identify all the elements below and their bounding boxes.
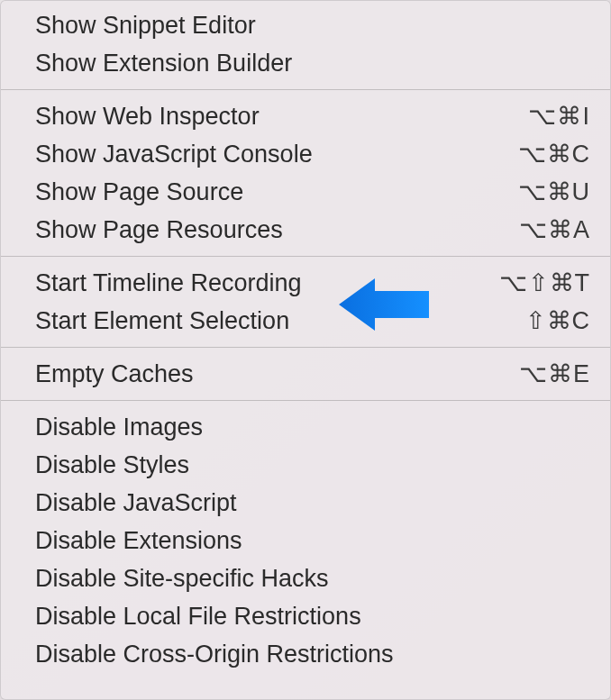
menu-item-label: Disable Cross-Origin Restrictions (35, 639, 394, 669)
menu-item-label: Show Web Inspector (35, 101, 260, 132)
menu-separator (1, 89, 610, 90)
menu-item-show-snippet-editor[interactable]: Show Snippet Editor (1, 6, 610, 44)
menu-item-disable-javascript[interactable]: Disable JavaScript (1, 484, 610, 522)
menu-item-label: Disable JavaScript (35, 487, 237, 518)
menu-item-shortcut: ⌥⇧⌘T (499, 268, 591, 298)
menu-item-label: Show Page Source (35, 177, 243, 207)
menu-separator (1, 256, 610, 257)
menu-item-start-element-selection[interactable]: Start Element Selection ⇧⌘C (1, 302, 610, 340)
menu-item-show-page-source[interactable]: Show Page Source ⌥⌘U (1, 173, 610, 211)
menu-item-label: Disable Styles (35, 450, 189, 480)
menu-item-label: Disable Extensions (35, 525, 242, 556)
menu-item-empty-caches[interactable]: Empty Caches ⌥⌘E (1, 355, 610, 393)
menu-item-label: Show Snippet Editor (35, 10, 256, 41)
menu-item-start-timeline-recording[interactable]: Start Timeline Recording ⌥⇧⌘T (1, 264, 610, 302)
menu-item-label: Disable Site-specific Hacks (35, 563, 329, 594)
menu-item-label: Show Page Resources (35, 214, 283, 245)
menu-item-disable-images[interactable]: Disable Images (1, 408, 610, 446)
menu-item-shortcut: ⌥⌘A (519, 214, 590, 245)
menu-separator (1, 400, 610, 401)
menu-item-shortcut: ⌥⌘I (528, 101, 590, 132)
menu-item-disable-cross-origin-restrictions[interactable]: Disable Cross-Origin Restrictions (1, 635, 610, 673)
menu-item-shortcut: ⌥⌘U (518, 177, 591, 207)
menu-item-disable-local-file-restrictions[interactable]: Disable Local File Restrictions (1, 597, 610, 635)
menu-item-show-page-resources[interactable]: Show Page Resources ⌥⌘A (1, 211, 610, 249)
menu-item-disable-site-specific-hacks[interactable]: Disable Site-specific Hacks (1, 559, 610, 597)
menu-item-label: Disable Images (35, 412, 203, 442)
menu-item-show-web-inspector[interactable]: Show Web Inspector ⌥⌘I (1, 97, 610, 135)
menu-item-disable-extensions[interactable]: Disable Extensions (1, 522, 610, 559)
menu-item-label: Empty Caches (35, 359, 194, 389)
menu-item-shortcut: ⌥⌘C (518, 139, 591, 169)
menu-separator (1, 347, 610, 348)
menu-item-label: Disable Local File Restrictions (35, 601, 361, 632)
menu-item-label: Start Timeline Recording (35, 268, 302, 298)
menu-item-label: Start Element Selection (35, 305, 289, 336)
develop-menu: Show Snippet Editor Show Extension Build… (0, 0, 611, 700)
menu-item-shortcut: ⇧⌘C (525, 305, 591, 336)
menu-item-disable-styles[interactable]: Disable Styles (1, 446, 610, 484)
menu-item-label: Show JavaScript Console (35, 139, 313, 169)
menu-item-shortcut: ⌥⌘E (519, 359, 590, 389)
menu-item-label: Show Extension Builder (35, 48, 292, 78)
menu-item-show-extension-builder[interactable]: Show Extension Builder (1, 44, 610, 82)
menu-item-show-javascript-console[interactable]: Show JavaScript Console ⌥⌘C (1, 135, 610, 173)
